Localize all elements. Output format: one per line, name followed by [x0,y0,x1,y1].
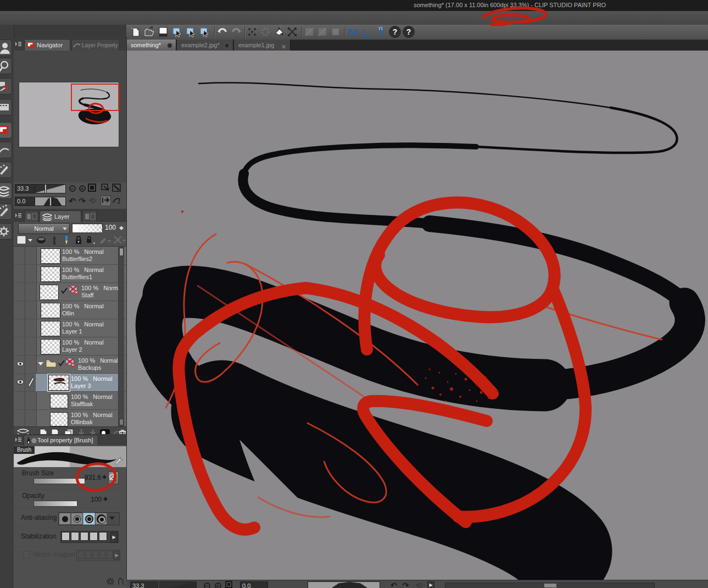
layer-row-staff[interactable]: 100 %Normal Staff [14,283,126,301]
stabilization-block-2[interactable] [71,532,79,541]
chevron-down-icon[interactable] [109,517,115,523]
tool-opacity-slider[interactable] [34,501,77,507]
gear-palette-icon[interactable] [0,223,12,240]
new-file-icon[interactable] [130,26,142,38]
layer-list-scrollbar[interactable] [118,247,124,426]
canvas[interactable] [126,51,708,580]
status-rotate-left-button[interactable]: ↶ [389,581,398,588]
vector-magnet-block-5[interactable] [107,551,113,559]
tool-settings-gear-icon[interactable] [106,577,115,586]
flip-window-button[interactable] [101,184,110,193]
flip-window-2-button[interactable] [112,184,121,193]
tool-opacity-value[interactable]: 100 [91,496,102,503]
tab-layer[interactable]: Layer [40,210,81,222]
u-line-tool-icon[interactable] [375,26,387,38]
panel-menu-icon[interactable] [15,436,22,443]
stabilization-block-4[interactable] [90,532,98,541]
vector-magnet-block-1[interactable] [78,551,84,559]
help-icon-1[interactable]: ? [389,26,401,38]
anti-aliasing-weak-button[interactable] [71,513,83,525]
layer-opacity-slider[interactable] [72,224,103,233]
layer-thumbnail[interactable] [41,339,60,354]
layer-thumbnail[interactable] [40,285,59,300]
object-selector-icon-1[interactable] [171,26,183,38]
doc-tab-example2[interactable]: example2.jpg* [177,40,233,51]
brush-size-stepper[interactable] [102,473,107,481]
zoom-slider[interactable] [35,184,66,193]
folder-expand-icon[interactable] [38,362,43,368]
layer-thumbnail[interactable] [41,267,60,282]
zoom-out-button[interactable]: − [68,184,77,193]
rotation-slider[interactable] [35,197,66,206]
layer-row-butterflies1[interactable]: 100 %Normal Butterflies1 [14,265,126,283]
polyline-tool-icon[interactable] [347,26,359,38]
tab-layer-property[interactable]: Layer Property [71,39,120,51]
stabilization-block-1[interactable] [62,532,70,541]
help-icon-2[interactable]: ? [403,26,415,38]
stabilization-arrow-button[interactable]: ▶ [110,532,118,543]
layer-row-layer3-selected[interactable]: 100 %Normal Layer 3 [14,374,126,392]
vector-magnet-block-3[interactable] [92,551,98,559]
panel-menu-icon[interactable] [15,212,22,219]
thumbnail-menu-icon[interactable] [16,235,33,246]
layer-palette-icon[interactable] [0,182,12,199]
panel-menu-icon[interactable] [15,41,22,47]
scrollbar-thumb[interactable] [544,584,556,587]
navigator-view-frame[interactable] [71,84,119,111]
snap-circle-icon[interactable] [259,26,271,38]
layer-row-ollin[interactable]: 100 %Normal Ollin [14,301,126,319]
layer-row-ollinbak[interactable]: 100 %Normal Ollinbak [14,410,126,426]
vector-magnet-arrow-button[interactable]: ▶ [113,551,120,560]
canvas-horizontal-scrollbar[interactable] [445,583,655,588]
brush-size-value[interactable]: 831.6 [85,474,101,481]
flip-vertical-button[interactable] [112,196,121,206]
reference-marker-icon[interactable] [61,235,72,246]
flip-horizontal-button[interactable] [101,196,111,206]
tab-navigator[interactable]: Navigator [24,39,70,51]
mesh-transform-icon[interactable] [286,26,298,38]
layer-thumbnail[interactable] [50,394,68,408]
clip-sphere-icon[interactable] [36,235,47,246]
layer-thumbnail[interactable] [48,375,69,391]
brush-size-pressure-button[interactable] [108,471,119,484]
title-bar[interactable]: something* (17.00 x 11.00in 600dpi 33.3%… [0,0,708,11]
layer-row-layer2[interactable]: 100 %Normal Layer 2 [14,337,126,356]
rotate-right-button[interactable]: ↷ [77,196,87,206]
status-flip-button[interactable]: ▶ [427,581,434,588]
layer-property-palette-icon[interactable] [0,142,12,158]
subtool-palette-icon[interactable] [0,162,12,178]
object-selector-icon-2[interactable] [185,26,197,38]
navigator-preview[interactable] [14,51,126,182]
scrollbar-end-box[interactable] [119,419,124,425]
mask-disabled-icon[interactable] [68,285,79,295]
set-draft-icon[interactable] [98,235,112,246]
status-fit-button[interactable] [224,581,233,588]
blend-mode-dropdown[interactable]: Normal [18,223,70,234]
fill-bucket-icon[interactable] [273,26,285,38]
story-person-icon[interactable] [0,40,12,56]
doc-tab-something[interactable]: something* [126,40,176,51]
magnifier-icon[interactable] [0,58,12,74]
stabilization-block-3[interactable] [80,532,88,541]
pin-icon[interactable] [49,235,60,246]
status-rotation-value[interactable]: 0.0 [240,581,268,588]
ruler-off-icon[interactable] [113,235,126,246]
layer-opacity-stepper[interactable] [119,224,124,232]
stabilization-block-5[interactable] [99,532,107,541]
eye-icon[interactable] [16,379,24,385]
tab-layer-misc-2[interactable] [82,210,97,222]
layer-row-butterflies2[interactable]: 100 %Normal Butterflies2 [14,247,126,265]
vector-magnet-block-2[interactable] [85,551,91,559]
mask-disabled-icon[interactable] [65,357,76,367]
status-zoom-value[interactable]: 33.3 [130,581,158,588]
status-zoom-slider[interactable] [159,581,197,588]
fit-to-screen-button[interactable] [87,184,97,193]
layer-thumbnail[interactable] [50,412,68,426]
tab-modified-dot-icon[interactable] [167,43,172,48]
brush-size-slider[interactable] [34,478,85,484]
status-zoom-out-button[interactable]: − [202,581,211,588]
anti-aliasing-middle-button[interactable] [83,513,95,525]
status-reset-rotation-button[interactable]: ⟲ [414,581,423,588]
status-zoom-in-button[interactable]: + [213,581,222,588]
layer-thumbnail[interactable] [41,303,60,318]
